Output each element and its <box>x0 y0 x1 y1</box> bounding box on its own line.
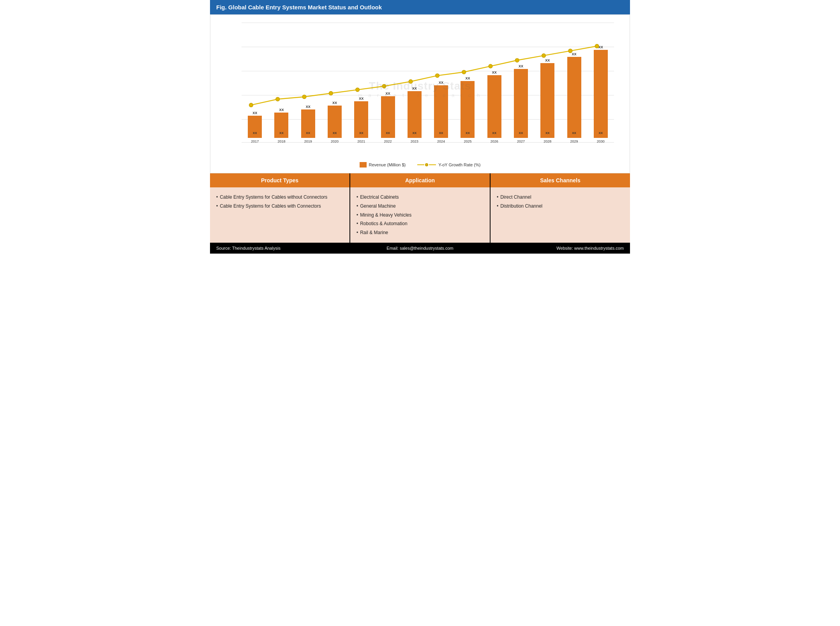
bar-group-2029: XXXX2029 <box>561 52 587 143</box>
bar-mid-label-2030: XX <box>598 131 603 135</box>
bar-group-2017: XXXX2017 <box>242 111 268 143</box>
bar-mid-label-2025: XX <box>466 131 470 135</box>
bar-2026: XX <box>487 75 501 138</box>
legend-growth: Y-oY Growth Rate (%) <box>417 162 480 167</box>
list-item: Electrical Cabinets <box>356 193 484 202</box>
bar-top-label-2025: XX <box>465 76 470 80</box>
bar-group-2018: XXXX2018 <box>268 108 295 143</box>
bar-bottom-label-2027: 2027 <box>517 139 525 143</box>
list-item: Rail & Marine <box>356 228 484 237</box>
y-axis <box>222 23 242 143</box>
bar-bottom-label-2029: 2029 <box>570 139 578 143</box>
product-types-body: Cable Entry Systems for Cables without C… <box>210 187 349 216</box>
application-header: Application <box>350 173 490 187</box>
bar-bottom-label-2019: 2019 <box>304 139 312 143</box>
bar-bottom-label-2024: 2024 <box>437 139 445 143</box>
bar-mid-label-2029: XX <box>572 131 576 135</box>
legend-growth-label: Y-oY Growth Rate (%) <box>438 162 480 167</box>
bar-2025: XX <box>461 81 475 138</box>
bar-2018: XX <box>274 113 288 138</box>
bar-bottom-label-2022: 2022 <box>384 139 392 143</box>
list-item: Cable Entry Systems for Cables without C… <box>216 193 343 202</box>
legend-revenue-color <box>360 162 367 168</box>
bar-top-label-2018: XX <box>279 108 284 112</box>
bar-bottom-label-2021: 2021 <box>357 139 365 143</box>
list-item: Direct Channel <box>497 193 624 202</box>
bar-bottom-label-2025: 2025 <box>464 139 471 143</box>
bottom-sections: Product Types Cable Entry Systems for Ca… <box>210 173 630 243</box>
bar-mid-label-2028: XX <box>545 131 550 135</box>
bar-2024: XX <box>434 85 448 138</box>
bar-group-2026: XXXX2026 <box>481 71 508 143</box>
bar-group-2024: XXXX2024 <box>428 81 454 143</box>
bar-mid-label-2017: XX <box>253 131 257 135</box>
bars-wrapper: XXXX2017XXXX2018XXXX2019XXXX2020XXXX2021… <box>242 23 614 143</box>
product-types-header: Product Types <box>210 173 349 187</box>
chart-area: The Industry Stats m a r k e t r e s e a… <box>222 23 618 155</box>
application-body: Electrical CabinetsGeneral MachineMining… <box>350 187 490 243</box>
legend-revenue: Revenue (Million $) <box>360 162 406 168</box>
bar-group-2027: XXXX2027 <box>508 64 534 143</box>
sales-channels-header: Sales Channels <box>491 173 630 187</box>
bar-2029: XX <box>567 57 581 138</box>
bar-2022: XX <box>381 96 395 138</box>
bar-mid-label-2026: XX <box>492 131 496 135</box>
bar-mid-label-2024: XX <box>439 131 443 135</box>
page-footer: Source: Theindustrystats Analysis Email:… <box>210 243 630 254</box>
bar-group-2023: XXXX2023 <box>401 86 428 143</box>
chart-container: The Industry Stats m a r k e t r e s e a… <box>210 14 630 173</box>
bar-2023: XX <box>408 91 422 138</box>
bar-2019: XX <box>301 109 315 138</box>
list-item: General Machine <box>356 202 484 211</box>
list-item: Distribution Channel <box>497 202 624 211</box>
bar-top-label-2017: XX <box>252 111 257 115</box>
list-item: Cable Entry Systems for Cables with Conn… <box>216 202 343 211</box>
bar-group-2028: XXXX2028 <box>534 58 561 143</box>
bar-mid-label-2027: XX <box>519 131 523 135</box>
application-section: Application Electrical CabinetsGeneral M… <box>350 173 490 243</box>
bar-mid-label-2020: XX <box>333 131 337 135</box>
legend-revenue-label: Revenue (Million $) <box>369 162 406 167</box>
bar-top-label-2030: XX <box>598 45 603 49</box>
product-types-list: Cable Entry Systems for Cables without C… <box>216 193 343 211</box>
bar-top-label-2023: XX <box>412 86 417 90</box>
bar-bottom-label-2028: 2028 <box>544 139 551 143</box>
bar-bottom-label-2030: 2030 <box>597 139 605 143</box>
bar-group-2020: XXXX2020 <box>321 101 348 143</box>
footer-source: Source: Theindustrystats Analysis <box>216 246 352 250</box>
list-item: Mining & Heavy Vehicles <box>356 211 484 220</box>
bar-top-label-2029: XX <box>572 52 577 56</box>
bar-mid-label-2021: XX <box>359 131 364 135</box>
bar-top-label-2028: XX <box>545 58 550 62</box>
footer-email: Email: sales@theindustrystats.com <box>352 246 488 250</box>
bar-group-2030: XXXX2030 <box>588 45 614 143</box>
bar-bottom-label-2017: 2017 <box>251 139 259 143</box>
footer-website: Website: www.theindustrystats.com <box>488 246 624 250</box>
bar-top-label-2026: XX <box>492 71 497 74</box>
page-header: Fig. Global Cable Entry Systems Market S… <box>210 0 630 14</box>
bar-bottom-label-2026: 2026 <box>491 139 498 143</box>
chart-title: Fig. Global Cable Entry Systems Market S… <box>216 4 382 11</box>
bar-group-2025: XXXX2025 <box>454 76 481 143</box>
bar-top-label-2021: XX <box>359 97 364 101</box>
sales-channels-list: Direct ChannelDistribution Channel <box>497 193 624 211</box>
sales-channels-body: Direct ChannelDistribution Channel <box>491 187 630 216</box>
application-list: Electrical CabinetsGeneral MachineMining… <box>356 193 484 237</box>
bar-group-2019: XXXX2019 <box>295 105 321 143</box>
list-item: Robotics & Automation <box>356 219 484 228</box>
bar-bottom-label-2023: 2023 <box>411 139 418 143</box>
bar-mid-label-2022: XX <box>386 131 390 135</box>
bar-2021: XX <box>354 101 368 138</box>
bar-bottom-label-2020: 2020 <box>331 139 339 143</box>
bar-bottom-label-2018: 2018 <box>277 139 285 143</box>
bar-2017: XX <box>248 116 262 138</box>
sales-channels-section: Sales Channels Direct ChannelDistributio… <box>491 173 630 243</box>
bar-group-2022: XXXX2022 <box>374 92 401 143</box>
chart-legend: Revenue (Million $) Y-oY Growth Rate (%) <box>222 159 618 169</box>
bar-2027: XX <box>514 69 528 138</box>
bar-top-label-2019: XX <box>306 105 311 109</box>
bar-top-label-2027: XX <box>519 64 523 68</box>
bar-group-2021: XXXX2021 <box>348 97 374 143</box>
product-types-section: Product Types Cable Entry Systems for Ca… <box>210 173 349 243</box>
bar-mid-label-2023: XX <box>412 131 416 135</box>
